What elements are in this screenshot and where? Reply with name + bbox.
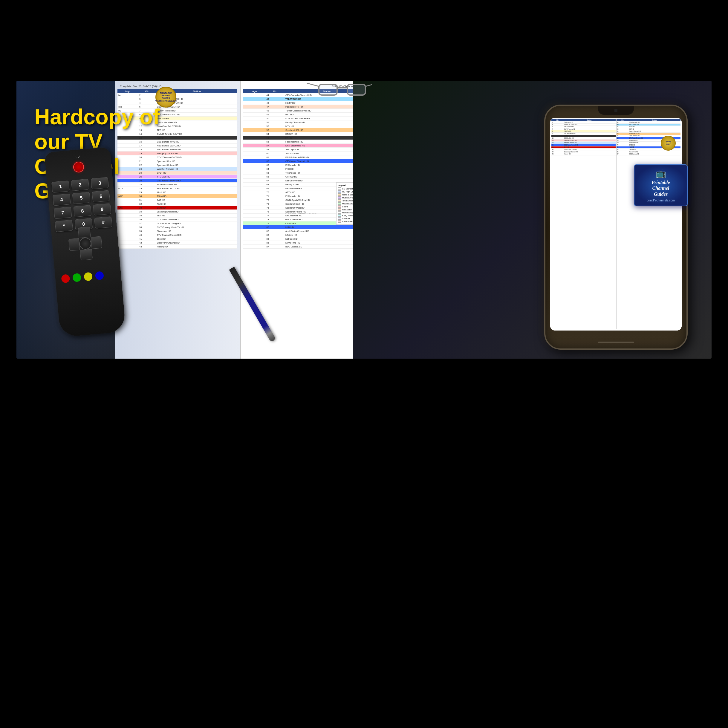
table-row: 57DXN Bloomfield HD bbox=[243, 144, 370, 148]
black-top-bar bbox=[0, 0, 728, 81]
channel-table-right: logo Ch. Station 44CTV Comedy Channel HD… bbox=[243, 89, 370, 249]
phone-table-row: 24Weather Network HD bbox=[551, 142, 616, 144]
glasses-bridge bbox=[338, 87, 347, 89]
table-row: 82Adult Swim Channel HD bbox=[243, 229, 370, 233]
watermark-text: © PrintTVChannels.com 2020 bbox=[285, 212, 317, 215]
remote-btn-3[interactable]: 3 bbox=[91, 177, 109, 190]
legend-color-adult bbox=[338, 220, 341, 223]
table-row: 63E! Canada HD bbox=[243, 163, 370, 167]
watermark: © PrintTVChannels.com 2020 bbox=[285, 212, 317, 215]
phone-table-row: 2TV Ontario HD bbox=[551, 121, 616, 124]
brand-line2: Channel bbox=[652, 186, 670, 191]
badge-line1: Printable bbox=[155, 92, 177, 95]
phone-left-column: Ch.Station 2TV Ontario HD 3Global TV Tor… bbox=[551, 119, 616, 329]
table-row: 41Slice HD bbox=[118, 237, 237, 241]
table-row: tvo2TV Ontario HD bbox=[118, 93, 237, 97]
table-row: 54DTOUR HD bbox=[243, 132, 370, 136]
legend-color-hd bbox=[338, 190, 341, 193]
remote-btn-2[interactable]: 2 bbox=[71, 179, 89, 191]
table-row: 46HGTV HD bbox=[243, 101, 370, 105]
phone-table-row: 42Discovery Channel HD bbox=[551, 151, 616, 153]
phone-guide-layout: Ch.Station 2TV Ontario HD 3Global TV Tor… bbox=[551, 119, 681, 329]
phone-home-indicator bbox=[598, 342, 634, 343]
phone-table-row: 49BET HD bbox=[616, 128, 681, 130]
table-row: 34Learning Channel HD bbox=[118, 210, 237, 214]
remote-blue-button[interactable] bbox=[95, 271, 104, 280]
table-row: 55FX HD bbox=[243, 136, 370, 140]
brand-url: printTVchannels.com bbox=[647, 199, 675, 202]
legend-label-relaxation: Relaxation bbox=[342, 209, 352, 211]
phone-table-row: 26CBC News Network HD bbox=[551, 144, 616, 146]
col-logo-r: logo bbox=[243, 89, 266, 93]
guide-header-left: Complete: Dec 20, SM-C3 (36) HD bbox=[118, 84, 237, 89]
phone-right-column: Ch.Station 44CTV Comedy HD 45TELETOON HD… bbox=[616, 119, 681, 329]
phone-channel-table-left: Ch.Station 2TV Ontario HD 3Global TV Tor… bbox=[551, 119, 616, 155]
main-banner: Hardcopy of our TV Channel Guide TV 1 2 … bbox=[0, 0, 728, 728]
table-row: 48Turner Classic Movies HD bbox=[243, 109, 370, 113]
table-row: 39Showcase HD bbox=[118, 229, 237, 233]
legend-color-sd bbox=[338, 187, 341, 190]
phone-table-row: 44CTV Comedy HD bbox=[616, 121, 681, 124]
legend-color-spiritual bbox=[338, 217, 341, 220]
phone-table-row: 45TELETOON HD bbox=[616, 124, 681, 126]
dpad-down[interactable] bbox=[80, 249, 93, 260]
header-left-text: Complete: Dec 20, SM-C3 (36) HD bbox=[120, 85, 161, 88]
remote-btn-4[interactable]: 4 bbox=[53, 194, 71, 206]
book-badge-text: Printable Channel Guides printTVchannels… bbox=[155, 92, 177, 102]
remote-yellow-button[interactable] bbox=[84, 272, 93, 281]
col-logo: logo bbox=[118, 89, 138, 93]
remote-green-button[interactable] bbox=[72, 273, 81, 282]
table-row: 61PBS Buffalo WNED HD bbox=[243, 155, 370, 159]
remote-btn-8[interactable]: 8 bbox=[73, 205, 92, 217]
table-row: 64FXX HD bbox=[243, 167, 370, 171]
dpad-center[interactable] bbox=[79, 237, 92, 250]
heading-line1: Hardcopy of bbox=[34, 105, 160, 129]
table-row: CNN33CNN HD bbox=[118, 206, 237, 210]
table-row: 58ABC Spark HD bbox=[243, 148, 370, 151]
phone-badge-text: Printable Channel Guides bbox=[665, 141, 671, 145]
table-row: 35TLN HD bbox=[118, 214, 237, 217]
remote-red-button[interactable] bbox=[61, 274, 70, 283]
remote-btn-9[interactable]: 9 bbox=[93, 203, 111, 216]
table-row: 52MTV HD bbox=[243, 124, 370, 128]
table-row: 43History HD bbox=[118, 245, 237, 249]
book-logo-badge: Printable Channel Guides printTVchannels… bbox=[155, 87, 176, 108]
remote-btn-6[interactable]: 6 bbox=[92, 190, 110, 202]
table-row: 38CMT Country Music TV HD bbox=[118, 225, 237, 229]
phone-table-row: 40CTV Drama Channel bbox=[551, 148, 616, 151]
glasses-left-frame bbox=[318, 84, 338, 96]
phone-screen-content: Ch.Station 2TV Ontario HD 3Global TV Tor… bbox=[550, 118, 682, 330]
phone-table-row: 53Sportsnet 360 HD bbox=[616, 132, 681, 135]
table-row: 56Food Network HD bbox=[243, 140, 370, 144]
badge-url: printTVchannels.com bbox=[155, 100, 177, 102]
remote-btn-5[interactable]: 5 bbox=[72, 192, 90, 204]
remote-btn-1[interactable]: 1 bbox=[51, 180, 70, 193]
phone-table-row: 15FX HD bbox=[551, 135, 616, 137]
phone-screen: Ch.Station 2TV Ontario HD 3Global TV Tor… bbox=[550, 118, 682, 330]
legend-color-movies bbox=[338, 202, 341, 205]
legend-label-spiritual: Spiritual bbox=[342, 217, 350, 220]
glasses bbox=[318, 81, 366, 99]
table-row: 62CTV News Channel HD bbox=[243, 159, 370, 163]
glasses-right-frame bbox=[347, 84, 366, 96]
brand-line3: Guides bbox=[654, 191, 668, 197]
phone-table-row: 33CNN HD bbox=[551, 146, 616, 148]
dpad-up[interactable] bbox=[78, 226, 91, 238]
table-row: 60Vision TV HD bbox=[243, 151, 370, 155]
dpad-left[interactable] bbox=[69, 238, 80, 251]
dpad-right[interactable] bbox=[91, 236, 102, 249]
table-row: 42Discovery Channel HD bbox=[118, 241, 237, 245]
phone-notch bbox=[598, 106, 634, 115]
remote-btn-7[interactable]: 7 bbox=[54, 207, 72, 219]
table-row: 80HLN HD bbox=[243, 225, 370, 229]
right-panel: 📺 Printable Channel Guides printTVchanne… bbox=[353, 81, 711, 359]
badge-line3: Guides bbox=[155, 97, 177, 99]
table-row: 53Sportsnet 360 HD bbox=[243, 128, 370, 132]
phone-badge: Printable Channel Guides bbox=[661, 136, 676, 151]
remote-power-button[interactable] bbox=[73, 161, 84, 173]
phone-table-row: 87BBC Canada SD bbox=[616, 153, 681, 155]
phone-table-row: 11CHCH Hamilton HD bbox=[551, 132, 616, 135]
table-row: 87BBC Canada SD bbox=[243, 245, 370, 249]
table-row: 85Nat Geo HD bbox=[243, 237, 370, 241]
table-row: 83Lifetime HD bbox=[243, 233, 370, 237]
